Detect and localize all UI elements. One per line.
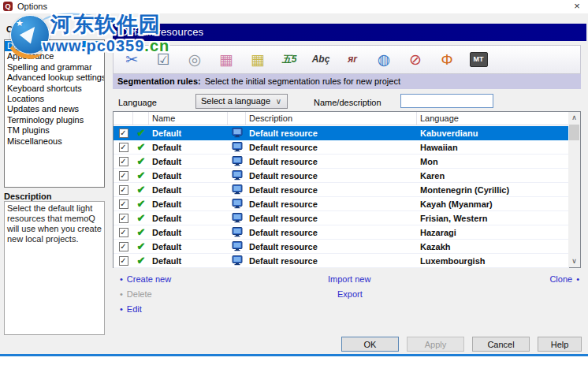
resource-toolbar: ✂ ☑ ◎ ▦ ▦ 五5 Abç [113,45,581,74]
category-item[interactable]: Advanced lookup settings [5,73,104,83]
scrollbar-thumb[interactable] [569,125,579,140]
resource-language: Hazaragi [417,225,569,239]
qa-settings-icon[interactable]: ◎ [182,48,207,71]
row-checkbox[interactable]: ✓ [119,199,128,209]
edit-link[interactable]: •Edit [120,304,142,314]
row-checkbox[interactable]: ✓ [119,128,128,138]
resource-name: Default [149,197,228,210]
scroll-up-icon[interactable]: ∧ [568,112,580,124]
category-list: Default resources Appearance Spelling an… [4,39,105,188]
table-scrollbar[interactable]: ∧ ∨ [568,112,580,267]
resource-description: Default resource [246,197,417,210]
row-checkbox[interactable]: ✓ [119,214,128,223]
scroll-down-icon[interactable]: ∨ [568,255,580,267]
resource-language: Kayah (Myanmar) [417,197,569,210]
enabled-check-icon: ✔ [137,141,146,153]
resources-table: Name Description Language ✓ ✔ Default [113,111,581,268]
enabled-check-icon: ✔ [137,240,146,252]
bullet-icon: • [576,274,579,284]
row-checkbox[interactable]: ✓ [119,242,128,251]
transliteration-icon[interactable]: яr [340,48,365,71]
machine-translation-icon[interactable]: MT [466,48,491,71]
category-item-label: Terminology plugins [7,115,84,125]
local-resource-icon [232,156,243,166]
number-formats-icon[interactable]: 五5 [277,48,302,71]
segmentation-info-bar: Segmentation rules:Select the initial se… [113,74,581,89]
cancel-button[interactable]: Cancel [472,337,530,352]
help-button[interactable]: Help [538,337,582,352]
table-body: ✓ ✔ Default Default resourc [114,126,569,268]
header-description: Description [246,112,417,125]
row-checkbox[interactable]: ✓ [119,171,128,181]
Default[interactable]: ✓ ✔ Default Default resourc [114,211,569,225]
resource-name: Default [149,211,228,225]
tm-settings-icon[interactable]: ▦ [214,48,239,71]
livedocs-settings-icon[interactable]: ▦ [245,48,270,71]
category-item-label: Spelling and grammar [7,62,92,72]
local-resource-icon [232,170,243,181]
category-item-label: Appearance [7,51,54,61]
row-checkbox[interactable]: ✓ [119,157,128,166]
Default[interactable]: ✓ ✔ Default Default resourc [114,197,569,211]
close-icon[interactable]: × [571,0,583,13]
clone-link[interactable]: Clone• [549,274,579,284]
enabled-check-icon: ✔ [137,184,146,196]
header-icon-column [228,112,246,125]
page-title: Default resources [113,24,586,41]
category-item[interactable]: Locations [5,94,104,104]
Default[interactable]: ✓ ✔ Default Default resourc [114,155,569,169]
category-item[interactable]: Miscellaneous [5,136,104,147]
web-search-icon[interactable]: ◍ [371,48,396,71]
resource-language: Montenegrin (Cyrillic) [417,183,569,196]
row-checkbox[interactable]: ✓ [119,256,128,266]
row-checkbox[interactable]: ✓ [119,185,128,195]
language-dropdown[interactable]: Select a language ∨ [195,94,288,109]
local-resource-icon [232,255,243,266]
description-label: Description [4,192,52,201]
import-new-link[interactable]: Import new [328,274,370,284]
category-item[interactable]: Updates and news [5,104,104,114]
Default[interactable]: ✓ ✔ Default Default resourc [114,225,569,240]
enabled-check-icon: ✔ [137,255,146,266]
row-checkbox[interactable]: ✓ [119,228,128,237]
segmentation-rules-icon[interactable]: ✂ [119,48,144,71]
row-checkbox[interactable]: ✓ [119,143,128,152]
ok-button[interactable]: OK [341,337,399,352]
category-item[interactable]: Default resources [5,41,104,51]
Default[interactable]: ✓ ✔ Default Default resourc [114,140,569,155]
Default[interactable]: ✓ ✔ Default Default resourc [114,126,569,140]
category-item[interactable]: Keyboard shortcuts [5,84,104,94]
language-dropdown-value: Select a language [201,96,270,106]
category-item[interactable]: Spelling and grammar [5,62,104,73]
local-resource-icon [232,241,243,251]
chevron-down-icon: ∨ [276,95,281,108]
Default[interactable]: ✓ ✔ Default Default resourc [114,240,569,254]
Default[interactable]: ✓ ✔ Default Default resourc [114,183,569,197]
resource-description: Default resource [246,169,417,182]
category-item-label: Keyboard shortcuts [7,84,82,93]
category-item-label: Miscellaneous [7,136,62,146]
create-new-link[interactable]: •Create new [120,274,171,284]
table-header: Name Description Language [114,112,569,125]
export-link[interactable]: Export [337,289,363,299]
autocorrect-icon[interactable]: Abç [308,48,333,71]
Default[interactable]: ✓ ✔ Default Default resourc [114,169,569,183]
window-title: Options [17,2,47,11]
category-item[interactable]: Terminology plugins [5,115,104,125]
info-bar-label: Segmentation rules: [117,76,201,86]
enabled-check-icon: ✔ [137,169,146,181]
category-item[interactable]: TM plugins [5,125,104,136]
ignore-lists-icon[interactable]: ⊘ [403,48,428,71]
non-translatables-icon[interactable]: Φ [434,48,460,71]
options-dialog: Q Options × Category Default resources A… [0,0,588,365]
Default[interactable]: ✓ ✔ Default Default resourc [114,254,569,268]
category-item[interactable]: Appearance [5,51,104,61]
local-resource-icon [232,213,243,223]
header-status-column [133,112,149,125]
category-item-label: TM plugins [7,125,50,135]
name-description-input[interactable] [400,94,493,108]
resource-name: Default [149,169,228,182]
bullet-icon: • [120,289,123,299]
auto-translation-rules-icon[interactable]: ☑ [151,48,176,71]
category-item-label: Advanced lookup settings [7,73,104,82]
